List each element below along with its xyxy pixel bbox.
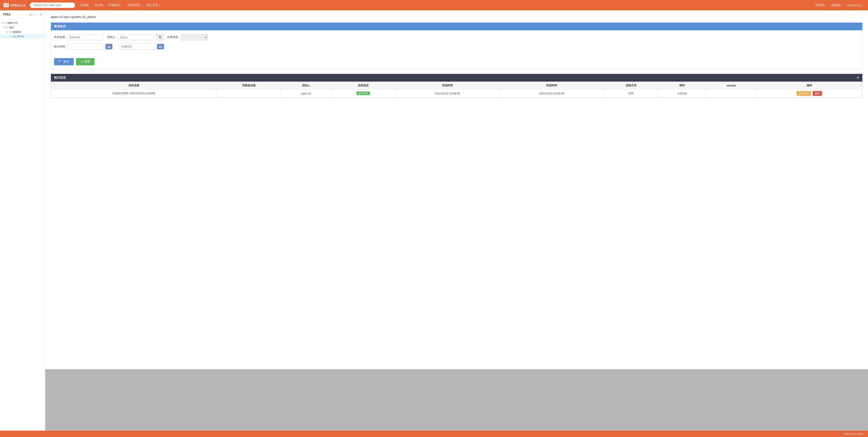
folder-icon: ▷: [9, 30, 11, 33]
col-end-time: 结束时间: [499, 82, 603, 90]
content-area: open-c3.ops.opsdev.c3_demo 查询条件 作业名称: 启动…: [45, 10, 868, 437]
initiator-field: 启动人: 我: [107, 34, 163, 40]
cell-initiator: open-c3: [281, 90, 331, 98]
chevron-down-icon: ▾: [140, 4, 141, 6]
app-logo[interactable]: C3 OPEN-C3: [4, 3, 25, 7]
cell-end-time: 2021-02-02 15:48:49: [499, 90, 603, 98]
cell-duration: 0:00:00: [658, 90, 706, 98]
query-panel: 查询条件 作业名称: 启动人: 我 任务: [51, 22, 863, 69]
task-status-select[interactable]: 执行成功 执行失败 执行中: [181, 34, 208, 40]
history-panel: 执行历史 ↺ 任务名称 关联流水线 启动人 任务状态 开始时间 结束时间 启动方…: [51, 74, 863, 98]
footer-text: OPEN-C3 © 2021: [844, 433, 864, 435]
query-panel-title: 查询条件: [54, 25, 66, 28]
table-header: 任务名称 关联流水线 启动人 任务状态 开始时间 结束时间 启动方式 耗时 ve…: [51, 82, 862, 90]
connector-menu[interactable]: 连接器 ▾: [829, 2, 844, 8]
exec-time-field: 执行时间: 2021-02-02 📅 - 📅: [54, 44, 164, 49]
initiator-input[interactable]: [118, 34, 154, 40]
task-name-field: 作业名称:: [54, 34, 103, 40]
add-icon[interactable]: +: [33, 13, 35, 16]
reset-icon: ↺: [81, 60, 83, 64]
topnav-right: 管理员 ▾ 连接器 ▾ OPEN-C3 ▾: [813, 2, 864, 8]
col-pipeline: 关联流水线: [217, 82, 281, 90]
cell-start-method: 页面: [604, 90, 658, 98]
sidebar: TREE ◎ + − ↺ ∨ ▷ open-c3 ∨ ▷ ops ∨ ▷: [0, 10, 45, 437]
chevron-down-icon: ▾: [841, 4, 842, 6]
refresh-icon[interactable]: ↺: [39, 13, 42, 16]
tree-item-open-c3[interactable]: ∨ ▷ open-c3: [0, 21, 45, 25]
chevron-down-icon: ▾: [121, 4, 122, 6]
logo-icon: C3: [4, 3, 9, 7]
main-menu: 仪表盘 流水线 快速执行 ▾ 业务管理 ▾ 执行历史 ▾: [78, 2, 810, 8]
main-layout: TREE ◎ + − ↺ ∨ ▷ open-c3 ∨ ▷ ops ∨ ▷: [0, 10, 868, 437]
status-badge: 执行成功: [356, 92, 370, 95]
reset-button[interactable]: ↺ 重置: [76, 58, 95, 65]
tree-label: TREE: [3, 13, 27, 16]
search-input[interactable]: [30, 2, 75, 8]
query-panel-header: 查询条件: [51, 23, 862, 30]
cell-status: 执行成功: [331, 90, 395, 98]
open-c3-menu[interactable]: OPEN-C3 ▾: [845, 3, 864, 8]
menu-dashboard[interactable]: 仪表盘: [78, 2, 91, 8]
admin-menu[interactable]: 管理员 ▾: [813, 2, 828, 8]
history-table: 任务名称 关联流水线 启动人 任务状态 开始时间 结束时间 启动方式 耗时 ve…: [51, 81, 862, 98]
cell-version: [706, 90, 756, 98]
top-navigation: C3 OPEN-C3 仪表盘 流水线 快速执行 ▾ 业务管理 ▾ 执行历史 ▾ …: [0, 0, 868, 10]
date-dash: -: [115, 45, 116, 48]
sidebar-header-icons: ◎ + − ↺: [29, 13, 42, 16]
chevron-down-icon: ▾: [825, 4, 826, 6]
initiator-label: 启动人:: [107, 35, 116, 39]
search-icon: 🔍: [59, 60, 62, 64]
sidebar-tree: ∨ ▷ open-c3 ∨ ▷ ops ∨ ▷ opsdev ≡ c3_demo: [0, 19, 45, 437]
history-panel-header: 执行历史 ↺: [51, 74, 862, 81]
cell-pipeline: [217, 90, 281, 98]
redo-button[interactable]: 重做: [813, 91, 822, 96]
query-row-2: 执行时间: 2021-02-02 📅 - 📅: [54, 44, 859, 49]
tree-item-opsdev[interactable]: ∨ ▷ opsdev: [0, 30, 45, 34]
col-task-name: 任务名称: [51, 82, 217, 90]
task-name-label: 作业名称:: [54, 35, 66, 39]
tree-node-label: ops: [9, 26, 13, 29]
chevron-down-icon: ▾: [159, 4, 160, 6]
content-main: open-c3.ops.opsdev.c3_demo 查询条件 作业名称: 启动…: [45, 10, 868, 369]
app-title: OPEN-C3: [10, 3, 25, 7]
col-action: 操作: [756, 82, 862, 90]
menu-exec-history[interactable]: 执行历史 ▾: [144, 2, 162, 8]
start-date-picker-button[interactable]: 📅: [105, 44, 113, 49]
tree-item-c3-demo[interactable]: ≡ c3_demo: [0, 34, 45, 39]
col-start-time: 开始时间: [395, 82, 499, 90]
chevron-down-icon: ▾: [861, 4, 862, 6]
end-date-input[interactable]: [119, 44, 155, 49]
col-status: 任务状态: [331, 82, 395, 90]
task-status-field: 任务状态: 执行成功 执行失败 执行中: [167, 34, 208, 40]
cell-task-name: 快速执行脚本-20210202151218468: [51, 90, 217, 98]
search-button[interactable]: 🔍 查询: [54, 58, 74, 65]
footer: OPEN-C3 © 2021: [0, 431, 868, 437]
table-refresh-icon[interactable]: ↺: [857, 76, 859, 79]
folder-icon: ▷: [4, 21, 6, 24]
menu-pipeline[interactable]: 流水线: [92, 2, 105, 8]
tree-node-label: opsdev: [12, 30, 21, 33]
task-name-input[interactable]: [67, 34, 103, 40]
me-button[interactable]: 我: [156, 34, 164, 40]
page-title: open-c3.ops.opsdev.c3_demo: [51, 15, 863, 19]
tree-node-label: open-c3: [7, 21, 17, 24]
gray-area: [45, 369, 868, 437]
exec-time-label: 执行时间:: [54, 45, 66, 48]
end-date-picker-button[interactable]: 📅: [157, 44, 164, 49]
col-duration: 耗时: [658, 82, 706, 90]
tree-item-ops[interactable]: ∨ ▷ ops: [0, 25, 45, 30]
tree-toggle: ∨: [6, 31, 9, 33]
menu-business[interactable]: 业务管理 ▾: [125, 2, 144, 8]
start-date-input[interactable]: 2021-02-02: [67, 44, 103, 49]
cell-action: 执行详情 重做: [756, 90, 862, 98]
tree-toggle: ≡: [9, 35, 13, 38]
tree-toggle: ∨: [3, 26, 6, 29]
tree-node-label: c3_demo: [13, 35, 24, 38]
table-body: 快速执行脚本-20210202151218468 open-c3 执行成功 20…: [51, 90, 862, 98]
menu-quick-execute[interactable]: 快速执行 ▾: [106, 2, 124, 8]
target-icon[interactable]: ◎: [29, 13, 32, 16]
detail-button[interactable]: 执行详情: [797, 91, 811, 96]
query-actions: 🔍 查询 ↺ 重置: [51, 56, 862, 69]
tree-toggle: ∨: [1, 22, 4, 24]
minus-icon[interactable]: −: [36, 13, 38, 16]
